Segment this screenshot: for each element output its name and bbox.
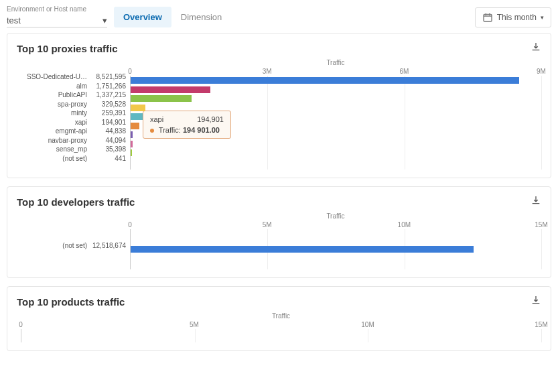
download-icon — [531, 295, 541, 306]
axis-tick: 0 — [128, 68, 132, 75]
chart-row: SSO-Dedicated-U…8,521,595 — [17, 72, 126, 82]
axis-tick: 5M — [263, 221, 272, 228]
value-label: 44,094 — [92, 137, 126, 144]
category-label: (not set) — [17, 242, 87, 249]
tooltip-metric-value: 194 901.00 — [183, 126, 220, 134]
panel-products: Top 10 products traffic Traffic 05M10M15… — [7, 286, 551, 351]
axis-tick: 3M — [263, 68, 272, 75]
chart-bar[interactable] — [131, 105, 145, 111]
chevron-down-icon: ▾ — [541, 14, 544, 21]
chart-row: sense_mp35,398 — [17, 145, 126, 154]
download-button[interactable] — [531, 195, 541, 208]
chart-row: navbar-proxy44,094 — [17, 136, 126, 145]
value-label: 35,398 — [92, 145, 126, 153]
chart-row: (not set)12,518,674 — [17, 241, 126, 251]
axis-tick: 9M — [537, 68, 546, 75]
axis-tick: 0 — [128, 221, 132, 228]
axis-title: Traffic — [21, 312, 541, 320]
chart-bar[interactable] — [131, 77, 519, 84]
svg-rect-0 — [484, 14, 492, 21]
category-label: emgmt-api — [17, 127, 87, 135]
category-label: (not set) — [17, 155, 87, 162]
chart-row: emgmt-api44,838 — [17, 127, 126, 136]
category-label: sense_mp — [17, 145, 87, 153]
chart-row: xapi194,901 — [17, 118, 126, 127]
value-label: 8,521,595 — [92, 73, 126, 80]
tab-overview[interactable]: Overview — [114, 7, 171, 27]
chart-bar[interactable] — [131, 95, 192, 102]
category-label: navbar-proxy — [17, 137, 87, 144]
download-icon — [531, 195, 541, 206]
chart-row: alm1,751,266 — [17, 82, 126, 91]
value-label: 1,751,266 — [92, 82, 126, 90]
chart-bar[interactable] — [131, 113, 143, 120]
axis-tick: 10M — [398, 221, 411, 228]
env-label: Environment or Host name — [7, 5, 107, 13]
value-label: 259,391 — [92, 109, 126, 117]
value-label: 194,901 — [92, 119, 126, 126]
panel-proxies: Top 10 proxies traffic SSO-Dedicated-U…8… — [7, 33, 551, 178]
chart-row: minty259,391 — [17, 109, 126, 118]
axis-title: Traffic — [130, 59, 541, 66]
chevron-down-icon: ▾ — [102, 15, 107, 25]
axis-tick: 5M — [190, 321, 199, 328]
panel-title: Top 10 developers traffic — [17, 196, 135, 208]
axis-title: Traffic — [130, 212, 541, 220]
axis-tick: 0 — [19, 321, 23, 328]
chart-bar[interactable] — [131, 123, 139, 129]
chart-bar[interactable] — [131, 246, 474, 253]
chart-row: spa-proxy329,528 — [17, 100, 126, 109]
value-label: 44,838 — [92, 127, 126, 135]
tooltip-series-value: 194,901 — [197, 115, 224, 123]
panel-title: Top 10 proxies traffic — [17, 43, 118, 54]
calendar-icon — [482, 12, 493, 23]
category-label: spa-proxy — [17, 101, 87, 108]
value-label: 1,337,215 — [92, 91, 126, 99]
category-label: PublicAPI — [17, 91, 87, 99]
value-label: 329,528 — [92, 101, 126, 108]
chart-bar[interactable] — [131, 131, 133, 138]
axis-tick: 15M — [535, 221, 547, 228]
category-label: alm — [17, 82, 87, 90]
date-range-picker[interactable]: This month ▾ — [475, 7, 551, 27]
chart-tooltip: xapi 194,901 Traffic: 194 901.00 — [143, 111, 231, 139]
download-button[interactable] — [531, 42, 541, 55]
value-label: 441 — [92, 155, 126, 162]
axis-tick: 10M — [361, 321, 374, 328]
chart-bar[interactable] — [131, 86, 210, 93]
chart-row: PublicAPI1,337,215 — [17, 90, 126, 100]
tab-dimension[interactable]: Dimension — [171, 7, 231, 27]
category-label: SSO-Dedicated-U… — [17, 73, 87, 80]
value-label: 12,518,674 — [92, 242, 126, 249]
tooltip-dot-icon — [150, 129, 154, 133]
category-label: minty — [17, 109, 87, 117]
chart-bar[interactable] — [131, 149, 132, 156]
env-value: test — [7, 15, 21, 25]
download-button[interactable] — [531, 295, 541, 308]
category-label: xapi — [17, 119, 87, 126]
tooltip-series-name: xapi — [150, 115, 163, 123]
panel-developers: Top 10 developers traffic (not set)12,51… — [7, 186, 551, 278]
axis-tick: 15M — [535, 321, 547, 328]
tooltip-metric-label: Traffic: — [159, 126, 181, 134]
axis-tick: 6M — [399, 68, 409, 75]
chart-row: (not set)441 — [17, 154, 126, 164]
panel-title: Top 10 products traffic — [17, 296, 125, 308]
date-range-label: This month — [497, 13, 537, 22]
download-icon — [531, 42, 541, 52]
env-select[interactable]: test ▾ — [7, 14, 107, 27]
chart-bar[interactable] — [131, 141, 133, 147]
